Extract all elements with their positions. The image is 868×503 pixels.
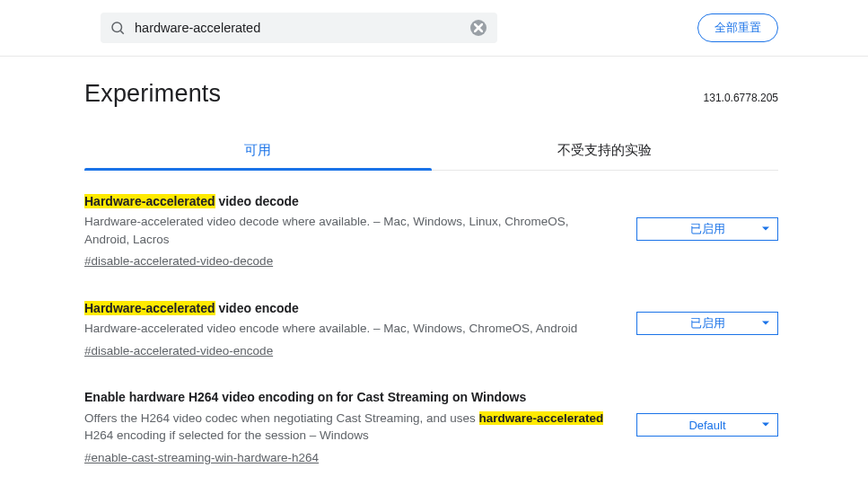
flag-main: Hardware-accelerated video decode Hardwa…	[84, 192, 636, 270]
close-icon	[474, 23, 483, 32]
flag-hash-link[interactable]: #enable-cast-streaming-win-hardware-h264	[84, 449, 319, 467]
flag-title: Enable hardware H264 video encoding on f…	[84, 388, 609, 406]
flag-select[interactable]: 已启用	[636, 312, 778, 335]
search-box[interactable]	[101, 13, 497, 43]
topbar: 全部重置	[0, 0, 868, 57]
version-text: 131.0.6778.205	[704, 92, 778, 104]
highlight: Hardware-accelerated	[84, 194, 215, 208]
svg-point-0	[112, 22, 122, 32]
flag-control: 已启用	[636, 192, 778, 241]
chevron-down-icon	[761, 419, 770, 432]
flag-select[interactable]: 已启用	[636, 217, 778, 241]
flags-list: Hardware-accelerated video decode Hardwa…	[84, 189, 778, 491]
svg-line-1	[120, 31, 123, 33]
highlight: accelerated	[537, 411, 603, 425]
content: Experiments 131.0.6778.205 可用 不受支持的实验 Ha…	[0, 80, 868, 491]
search-icon	[110, 20, 126, 36]
search-input[interactable]	[126, 13, 470, 43]
flag-main: Hardware-accelerated video encode Hardwa…	[84, 299, 636, 359]
flag-title: Hardware-accelerated video decode	[84, 192, 609, 210]
desc-pre: Offers the H264 video codec when negotia…	[84, 411, 479, 425]
flag-control: 已启用	[636, 299, 778, 335]
highlight: hardware-	[479, 411, 538, 425]
flag-title-rest: video decode	[215, 194, 299, 208]
header-row: Experiments 131.0.6778.205	[84, 80, 778, 108]
flag-title-rest: video encode	[215, 301, 299, 315]
page-title: Experiments	[84, 80, 221, 108]
flag-control: Default	[636, 388, 778, 437]
flag-hash-link[interactable]: #disable-accelerated-video-decode	[84, 252, 273, 270]
flag-item: Enable hardware H264 video encoding on f…	[84, 384, 778, 491]
flag-description: Hardware-accelerated video encode where …	[84, 320, 609, 338]
flag-item: Hardware-accelerated video encode Hardwa…	[84, 296, 778, 384]
topbar-inner: 全部重置	[0, 13, 868, 43]
tab-available[interactable]: 可用	[84, 131, 432, 170]
tab-unavailable[interactable]: 不受支持的实验	[432, 131, 779, 170]
reset-all-button[interactable]: 全部重置	[697, 13, 778, 42]
desc-post: H264 encoding if selected for the sessio…	[84, 428, 369, 442]
chevron-down-icon	[761, 223, 770, 236]
flag-description: Hardware-accelerated video decode where …	[84, 213, 609, 248]
chevron-down-icon	[761, 316, 770, 330]
flag-description: Offers the H264 video codec when negotia…	[84, 410, 609, 445]
flag-select-value: Default	[688, 419, 725, 432]
flag-select[interactable]: Default	[636, 413, 778, 437]
flag-item: Hardware-accelerated video decode Hardwa…	[84, 189, 778, 296]
tabs: 可用 不受支持的实验	[84, 131, 778, 171]
flag-title: Hardware-accelerated video encode	[84, 299, 609, 317]
flag-select-value: 已启用	[690, 315, 725, 331]
flag-select-value: 已启用	[690, 221, 725, 237]
highlight: Hardware-accelerated	[84, 301, 215, 315]
flag-main: Enable hardware H264 video encoding on f…	[84, 388, 636, 466]
clear-search-button[interactable]	[470, 20, 487, 36]
flag-hash-link[interactable]: #disable-accelerated-video-encode	[84, 342, 273, 360]
